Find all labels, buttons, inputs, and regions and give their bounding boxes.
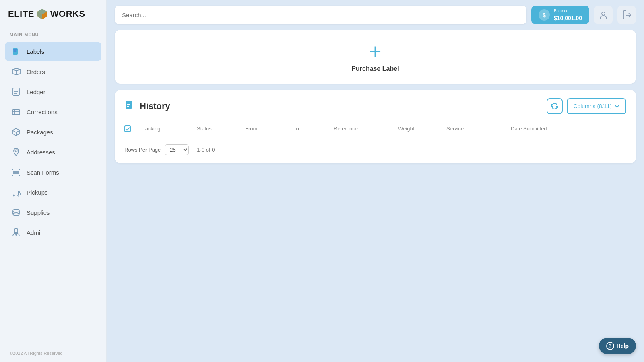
purchase-label-card[interactable]: + Purchase Label <box>115 30 636 84</box>
addresses-icon <box>11 147 21 157</box>
sidebar-item-packages[interactable]: Packages <box>5 122 101 142</box>
sidebar-item-label: Addresses <box>27 149 55 156</box>
svg-rect-44 <box>127 104 130 105</box>
purchase-plus-icon: + <box>369 41 381 62</box>
orders-icon <box>11 67 21 76</box>
col-service: Service <box>446 125 511 134</box>
user-icon <box>599 10 608 19</box>
refresh-button[interactable] <box>547 98 563 114</box>
columns-button[interactable]: Columns (8/11) <box>567 98 626 114</box>
logo-text: ELITE WORKS <box>8 7 85 21</box>
corrections-icon <box>11 107 21 117</box>
sidebar-item-label: Packages <box>27 129 53 136</box>
user-button[interactable] <box>594 6 613 24</box>
history-title: History <box>140 101 170 111</box>
svg-rect-34 <box>12 191 18 195</box>
rows-per-page-label: Rows Per Page <box>124 147 161 153</box>
svg-rect-45 <box>127 106 129 107</box>
history-header: History Columns (8/11) <box>124 98 626 114</box>
balance-amount: $10,001.00 <box>554 15 582 21</box>
sidebar-item-pickups[interactable]: Pickups <box>5 183 101 202</box>
svg-rect-8 <box>14 51 16 51</box>
logo-area: ELITE WORKS <box>0 0 106 28</box>
sidebar-item-label: Corrections <box>27 109 58 115</box>
sidebar-item-scan-forms[interactable]: Scan Forms <box>5 162 101 182</box>
scan-forms-icon <box>11 167 21 177</box>
purchase-label-text: Purchase Label <box>351 65 399 72</box>
sidebar-item-label: Labels <box>27 48 44 55</box>
table-header-row: Tracking Status From To Reference Weight… <box>124 121 626 138</box>
checkbox-icon <box>124 125 131 132</box>
main-content: $ Balance: $10,001.00 + Purchase Label <box>107 0 644 362</box>
help-label: Help <box>617 343 629 349</box>
columns-label: Columns (8/11) <box>573 103 612 109</box>
sidebar-item-admin[interactable]: Admin <box>5 223 101 242</box>
packages-icon <box>11 127 21 137</box>
rows-per-page-area: Rows Per Page 25 50 100 1-0 of 0 <box>124 144 626 155</box>
pickups-icon <box>11 187 21 197</box>
search-input[interactable] <box>115 6 526 24</box>
nav-menu: Labels Orders L <box>0 40 106 344</box>
svg-point-39 <box>16 234 17 235</box>
sidebar-item-addresses[interactable]: Addresses <box>5 142 101 162</box>
sidebar-item-label: Scan Forms <box>27 169 59 176</box>
sidebar-item-label: Orders <box>27 68 45 75</box>
col-tracking: Tracking <box>140 125 197 134</box>
labels-icon <box>11 47 21 56</box>
dollar-icon: $ <box>539 9 550 21</box>
svg-point-36 <box>18 195 19 196</box>
svg-point-40 <box>602 12 605 15</box>
sidebar-item-label: Supplies <box>27 209 50 216</box>
supplies-icon <box>11 208 21 217</box>
balance-button[interactable]: $ Balance: $10,001.00 <box>531 6 589 24</box>
sidebar-item-label: Pickups <box>27 189 48 196</box>
logout-button[interactable] <box>617 6 636 24</box>
history-card: History Columns (8/11) <box>115 90 636 163</box>
history-title-area: History <box>124 100 170 113</box>
sidebar-item-labels[interactable]: Labels <box>5 42 101 61</box>
sidebar: ELITE WORKS MAIN MENU <box>0 0 107 362</box>
main-menu-label: MAIN MENU <box>0 28 106 40</box>
col-weight: Weight <box>398 125 446 134</box>
svg-rect-38 <box>14 229 18 233</box>
ledger-icon <box>11 87 21 97</box>
svg-point-37 <box>13 209 19 212</box>
topbar: $ Balance: $10,001.00 <box>107 0 644 30</box>
content-area: + Purchase Label History <box>107 30 644 362</box>
svg-rect-43 <box>127 103 131 103</box>
sidebar-footer: ©2022 All Rights Reserved <box>0 344 106 362</box>
balance-label: Balance: <box>554 9 570 13</box>
chevron-down-icon <box>614 103 620 109</box>
svg-rect-14 <box>12 110 20 115</box>
refresh-icon <box>551 103 558 110</box>
sidebar-item-corrections[interactable]: Corrections <box>5 102 101 121</box>
col-from: From <box>245 125 293 134</box>
history-actions: Columns (8/11) <box>547 98 626 114</box>
svg-point-35 <box>13 195 14 196</box>
col-to: To <box>293 125 334 134</box>
sidebar-item-label: Ledger <box>27 88 45 95</box>
sidebar-item-label: Admin <box>27 229 44 236</box>
admin-icon <box>11 228 21 237</box>
help-circle-icon: ? <box>606 342 614 350</box>
pagination-text: 1-0 of 0 <box>197 147 215 153</box>
col-date-submitted: Date Submitted <box>511 125 583 134</box>
col-status: Status <box>197 125 245 134</box>
logo-cube-icon <box>35 7 49 21</box>
svg-point-18 <box>15 150 17 152</box>
document-icon <box>124 100 135 110</box>
sidebar-item-supplies[interactable]: Supplies <box>5 203 101 222</box>
rows-per-page-select[interactable]: 25 50 100 <box>165 144 189 155</box>
history-icon <box>124 100 135 113</box>
help-button[interactable]: ? Help <box>599 338 636 354</box>
logout-icon <box>622 10 631 19</box>
svg-rect-7 <box>14 49 17 50</box>
sidebar-item-ledger[interactable]: Ledger <box>5 82 101 101</box>
sidebar-item-orders[interactable]: Orders <box>5 62 101 81</box>
col-reference: Reference <box>334 125 398 134</box>
checkbox-header[interactable] <box>124 125 140 134</box>
